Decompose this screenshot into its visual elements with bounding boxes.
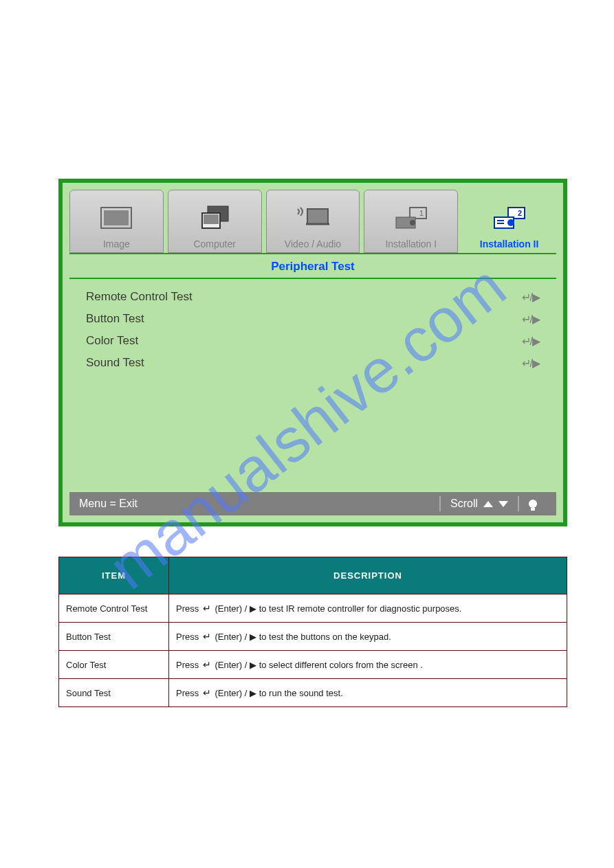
- menu-item-label: Remote Control Test: [86, 290, 193, 304]
- svg-point-10: [410, 220, 415, 225]
- arrow-down-icon: [498, 501, 508, 507]
- footer-menu-exit: Menu = Exit: [79, 496, 147, 511]
- enter-right-icon: ↵/▶: [522, 357, 540, 370]
- tab-label: Computer: [193, 238, 235, 249]
- cell-item: Button Test: [59, 623, 169, 651]
- cell-item: Sound Test: [59, 679, 169, 707]
- osd-inner: Image Computer Video / Audio 1: [63, 183, 563, 522]
- tab-label: Video / Audio: [285, 238, 341, 249]
- arrow-up-icon: [483, 501, 493, 507]
- osd-body: Remote Control Test ↵/▶ Button Test ↵/▶ …: [69, 279, 556, 492]
- cell-desc: Press ↵ (Enter) / ▶ to run the sound tes…: [169, 679, 567, 707]
- table-row: Button Test Press ↵ (Enter) / ▶ to test …: [59, 623, 567, 651]
- description-table: ITEM DESCRIPTION Remote Control Test Pre…: [58, 557, 567, 707]
- monitor-icon: [96, 203, 137, 234]
- svg-text:2: 2: [517, 209, 521, 217]
- menu-item-label: Button Test: [86, 312, 144, 326]
- menu-item-label: Color Test: [86, 334, 138, 348]
- tab-installation-1[interactable]: 1 Installation I: [364, 190, 458, 253]
- enter-right-icon: ↵/▶: [522, 291, 540, 304]
- svg-rect-4: [204, 214, 219, 224]
- tab-bar: Image Computer Video / Audio 1: [65, 186, 560, 253]
- enter-icon: ↵: [203, 659, 211, 670]
- tab-label: Installation I: [385, 238, 437, 249]
- table-row: Sound Test Press ↵ (Enter) / ▶ to run th…: [59, 679, 567, 707]
- tab-video-audio[interactable]: Video / Audio: [266, 190, 360, 253]
- table-header-row: ITEM DESCRIPTION: [59, 557, 567, 594]
- cell-item: Remote Control Test: [59, 594, 169, 623]
- bulb-icon: [529, 500, 537, 508]
- enter-right-icon: ↵/▶: [522, 313, 540, 326]
- svg-rect-15: [497, 220, 504, 221]
- enter-icon: ↵: [203, 603, 211, 614]
- menu-item-remote-test[interactable]: Remote Control Test ↵/▶: [86, 286, 540, 308]
- tab-image[interactable]: Image: [69, 190, 164, 253]
- svg-text:1: 1: [419, 209, 424, 217]
- tab-label: Image: [103, 238, 130, 249]
- projector2-icon: 2: [489, 203, 530, 234]
- osd-title: Peripheral Test: [69, 253, 556, 279]
- header-description: DESCRIPTION: [169, 557, 567, 594]
- svg-point-14: [507, 219, 514, 226]
- menu-item-label: Sound Test: [86, 356, 144, 370]
- cell-desc: Press ↵ (Enter) / ▶ to test the buttons …: [169, 623, 567, 651]
- table-row: Color Test Press ↵ (Enter) / ▶ to select…: [59, 651, 567, 679]
- svg-rect-5: [307, 209, 328, 224]
- scroll-label: Scroll: [450, 498, 478, 510]
- footer-scroll: Scroll: [439, 496, 518, 511]
- svg-rect-16: [497, 223, 504, 224]
- tab-computer[interactable]: Computer: [168, 190, 262, 253]
- computer-icon: [194, 203, 235, 234]
- menu-item-sound-test[interactable]: Sound Test ↵/▶: [86, 352, 540, 374]
- menu-item-color-test[interactable]: Color Test ↵/▶: [86, 330, 540, 352]
- projector1-icon: 1: [391, 203, 432, 234]
- enter-icon: ↵: [203, 631, 211, 642]
- cell-desc: Press ↵ (Enter) / ▶ to select different …: [169, 651, 567, 679]
- osd-menu: Image Computer Video / Audio 1: [58, 179, 567, 526]
- enter-icon: ↵: [203, 687, 211, 698]
- tab-label: Installation II: [480, 238, 539, 249]
- footer-lamp: [518, 496, 547, 511]
- tab-installation-2[interactable]: 2 Installation II: [462, 190, 556, 253]
- video-audio-icon: [292, 203, 333, 234]
- enter-right-icon: ↵/▶: [522, 335, 540, 348]
- cell-desc: Press ↵ (Enter) / ▶ to test IR remote co…: [169, 594, 567, 623]
- header-item: ITEM: [59, 557, 169, 594]
- manual-page: manualshive.com Image Computer: [0, 0, 614, 868]
- menu-item-button-test[interactable]: Button Test ↵/▶: [86, 308, 540, 330]
- table-row: Remote Control Test Press ↵ (Enter) / ▶ …: [59, 594, 567, 623]
- osd-footer: Menu = Exit Scroll: [69, 492, 556, 515]
- svg-rect-1: [104, 210, 129, 225]
- cell-item: Color Test: [59, 651, 169, 679]
